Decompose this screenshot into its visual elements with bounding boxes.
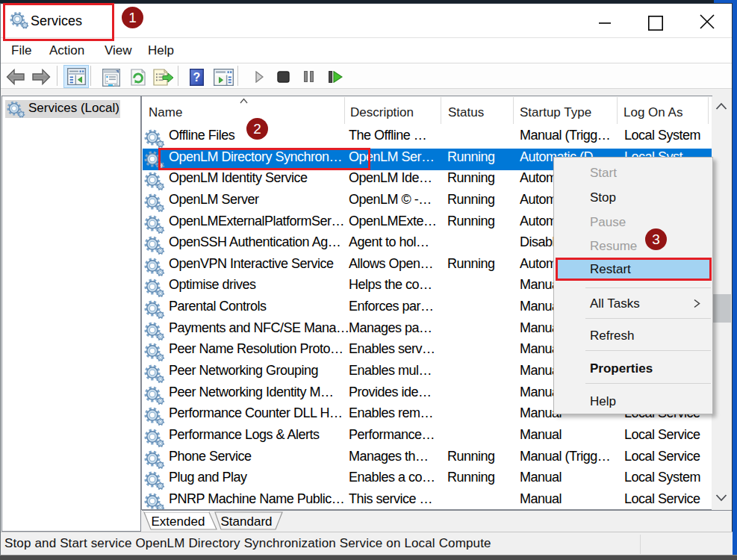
- svg-text:Standard: Standard: [221, 514, 273, 529]
- svg-text:Extended: Extended: [152, 514, 205, 529]
